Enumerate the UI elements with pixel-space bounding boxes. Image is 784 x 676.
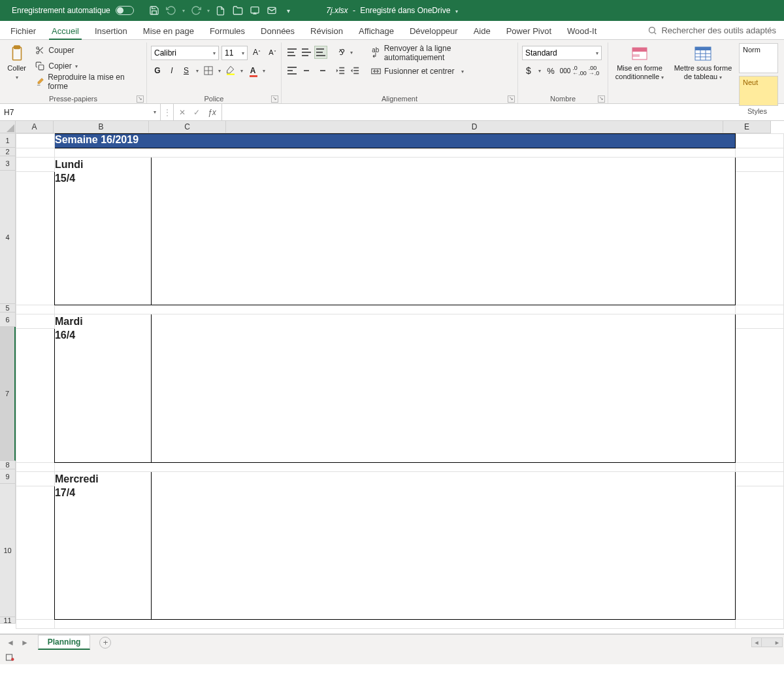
tab-fichier[interactable]: Fichier [3, 22, 44, 39]
orientation-button[interactable]: ⅋ [334, 46, 347, 59]
borders-button[interactable] [202, 64, 215, 77]
paste-button[interactable]: Coller▾ [4, 43, 29, 82]
save-icon[interactable] [148, 5, 160, 16]
day-label-2[interactable]: Mercredi17/4 [54, 472, 151, 620]
number-format-input[interactable] [525, 47, 596, 59]
increase-decimal-button[interactable]: .0←.00 [573, 64, 586, 77]
name-box[interactable]: H7 ▾ [0, 104, 161, 120]
font-size-input[interactable] [225, 47, 242, 59]
row-header-6[interactable]: 6 [0, 313, 16, 327]
dialog-launcher-number[interactable] [598, 95, 605, 103]
cell-A-d2a[interactable] [16, 472, 55, 486]
row-header-5[interactable]: 5 [0, 304, 16, 313]
column-header-B[interactable]: B [54, 121, 149, 133]
scroll-right-icon[interactable]: ► [772, 638, 782, 647]
row-header-11[interactable]: 11 [0, 617, 16, 624]
row-header-7[interactable]: 7 [0, 327, 16, 461]
row-header-1[interactable]: 1 [0, 133, 16, 148]
cut-button[interactable]: Couper [32, 43, 142, 58]
location-dropdown-icon[interactable]: ▾ [455, 8, 458, 14]
cell-A-d2b[interactable] [16, 486, 55, 620]
customize-qat-icon[interactable]: ▾ [283, 5, 295, 16]
day-content-head-2[interactable] [152, 472, 735, 486]
style-normal[interactable]: Norm [739, 43, 778, 73]
open-icon[interactable] [232, 5, 244, 16]
search-area[interactable]: Rechercher des outils adaptés [647, 21, 776, 40]
conditional-format-button[interactable]: Mise en forme conditionnelle ▾ [612, 43, 667, 82]
merge-button[interactable]: Fusionner et centrer ▾ [368, 64, 514, 78]
cell-E-d1a[interactable] [735, 314, 783, 329]
increase-font-icon[interactable]: A˄ [250, 46, 263, 59]
cell-E-d2a[interactable] [735, 472, 783, 486]
spreadsheet-grid[interactable]: ABCDE 1234567891011 Semaine 16/2019Lundi… [0, 121, 784, 634]
cancel-formula-icon[interactable]: ✕ [179, 108, 186, 117]
quick-print-icon[interactable] [249, 5, 261, 16]
new-file-icon[interactable] [215, 5, 227, 16]
tab-developpeur[interactable]: Développeur [402, 22, 466, 39]
wrap-text-button[interactable]: ab↲ Renvoyer à la ligne automatiquement [368, 46, 514, 60]
bold-button[interactable]: G [151, 64, 164, 77]
number-format-combo[interactable]: ▾ [522, 46, 602, 60]
accept-formula-icon[interactable]: ✓ [193, 108, 200, 117]
day-label-0[interactable]: Lundi15/4 [54, 158, 151, 305]
cell-E-d0b[interactable] [735, 172, 783, 305]
font-color-button[interactable]: A [246, 64, 259, 77]
day-content-head-0[interactable] [152, 158, 735, 172]
underline-button[interactable]: S [180, 64, 193, 77]
dialog-launcher-clipboard[interactable] [137, 95, 144, 103]
cell-A1[interactable] [16, 134, 55, 148]
row-header-10[interactable]: 10 [0, 484, 16, 617]
fx-icon[interactable]: ƒx [208, 108, 216, 117]
week-title-cell[interactable]: Semaine 16/2019 [54, 134, 735, 148]
tab-formules[interactable]: Formules [202, 22, 253, 39]
tab-revision[interactable]: Révision [302, 22, 351, 39]
row-header-3[interactable]: 3 [0, 156, 16, 171]
font-size-combo[interactable]: ▾ [221, 46, 248, 60]
tab-aide[interactable]: Aide [466, 22, 498, 39]
column-header-D[interactable]: D [226, 121, 723, 133]
cells-area[interactable]: Semaine 16/2019Lundi15/4Mardi16/4Mercred… [16, 133, 784, 634]
copy-button[interactable]: Copier ▾ [32, 59, 142, 73]
increase-indent-button[interactable] [348, 64, 361, 77]
italic-button[interactable]: I [165, 64, 178, 77]
day-label-1[interactable]: Mardi16/4 [54, 314, 151, 463]
align-middle-button[interactable] [300, 46, 313, 59]
record-macro-icon[interactable] [4, 651, 16, 663]
row-header-9[interactable]: 9 [0, 469, 16, 484]
cell-A-d1a[interactable] [16, 314, 55, 329]
tab-powerpivot[interactable]: Power Pivot [498, 22, 559, 39]
align-bottom-button[interactable] [314, 46, 327, 59]
align-top-button[interactable] [286, 46, 299, 59]
autosave-toggle[interactable] [116, 6, 134, 15]
row-header-8[interactable]: 8 [0, 461, 16, 469]
dialog-launcher-align[interactable] [508, 95, 515, 103]
dialog-launcher-font[interactable] [271, 95, 278, 103]
cell-E-d0a[interactable] [735, 158, 783, 172]
percent-button[interactable]: % [544, 64, 557, 77]
day-content-head-1[interactable] [152, 314, 735, 329]
align-center-button[interactable] [300, 64, 313, 77]
day-content-body-1[interactable] [152, 329, 735, 463]
align-right-button[interactable] [314, 64, 327, 77]
row-header-2[interactable]: 2 [0, 148, 16, 156]
column-header-C[interactable]: C [149, 121, 226, 133]
fill-color-button[interactable] [224, 64, 237, 77]
column-header-E[interactable]: E [723, 121, 771, 133]
decrease-decimal-button[interactable]: .00→.0 [587, 64, 600, 77]
cell-A-d0a[interactable] [16, 158, 55, 172]
tab-affichage[interactable]: Affichage [351, 22, 402, 39]
add-sheet-button[interactable]: + [99, 637, 111, 649]
cell-A-d0b[interactable] [16, 172, 55, 305]
email-icon[interactable] [266, 5, 278, 16]
tab-woodit[interactable]: Wood-It [559, 22, 604, 39]
decrease-font-icon[interactable]: A˅ [266, 46, 279, 59]
redo-icon[interactable] [190, 5, 202, 16]
font-name-input[interactable] [154, 47, 213, 59]
cell-E-d1b[interactable] [735, 329, 783, 463]
select-all-corner[interactable] [0, 121, 16, 133]
decrease-indent-button[interactable] [334, 64, 347, 77]
format-painter-button[interactable]: Reproduire la mise en forme [32, 75, 142, 89]
next-sheet-icon[interactable]: ► [21, 638, 29, 647]
tab-insertion[interactable]: Insertion [87, 22, 135, 39]
font-name-combo[interactable]: ▾ [151, 46, 219, 60]
